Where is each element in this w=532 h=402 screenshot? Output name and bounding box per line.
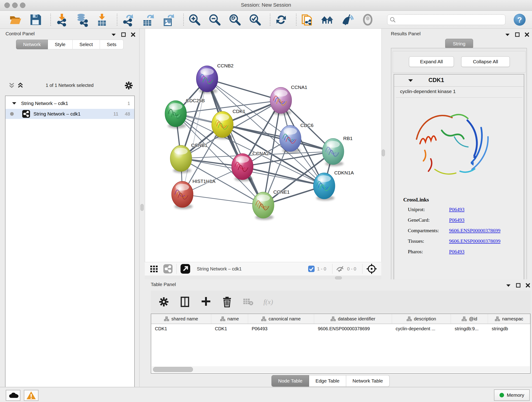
birds-eye-view-icon[interactable] — [366, 263, 377, 274]
tab-network[interactable]: Network — [16, 40, 48, 49]
expand-all-button[interactable]: Expand All — [409, 56, 454, 67]
crosslink-value-link[interactable]: 9606.ENSP00000378699 — [449, 228, 500, 234]
edge-CCNA2-CDKN1A[interactable] — [242, 167, 324, 186]
node-RB1[interactable] — [322, 138, 344, 166]
gear-icon[interactable] — [125, 81, 133, 89]
close-panel-icon[interactable] — [526, 283, 530, 288]
import-database-icon[interactable] — [75, 13, 89, 26]
table-gear-icon[interactable] — [158, 296, 170, 307]
table-cell[interactable]: stringdb:9... — [451, 324, 488, 333]
gene-section-header[interactable]: CDK1 — [394, 75, 524, 87]
tab-node-table[interactable]: Node Table — [272, 375, 309, 387]
network-graph[interactable]: CCNB2CCNA1CDC25BCDK1CDC6RB1CCNB1CCNA2CDK… — [145, 29, 381, 262]
close-panel-icon[interactable] — [131, 32, 135, 37]
zoom-out-icon[interactable] — [208, 13, 221, 26]
float-panel-icon[interactable] — [121, 32, 126, 37]
crosslink-value-link[interactable]: P06493 — [449, 206, 464, 212]
node-HIST1H1A[interactable] — [172, 181, 193, 209]
tab-style[interactable]: Style — [48, 40, 73, 49]
import-network-icon[interactable] — [55, 13, 68, 26]
delete-icon[interactable] — [221, 296, 233, 307]
selected-checkbox-icon[interactable] — [308, 265, 315, 272]
node-CCNB2[interactable] — [196, 66, 218, 94]
cloud-icon[interactable] — [6, 390, 20, 401]
bottom-splitter-handle[interactable] — [335, 276, 342, 279]
node-CCNB1[interactable] — [170, 145, 192, 173]
table-row[interactable]: CDK1CDK1P064939606.ENSP00000378699cyclin… — [151, 324, 530, 333]
add-column-icon[interactable] — [179, 296, 191, 307]
crosslink-value-link[interactable]: P06493 — [449, 249, 464, 255]
tab-sets[interactable]: Sets — [100, 40, 123, 49]
crosslink-value-link[interactable]: P06493 — [449, 217, 464, 223]
memory-button[interactable]: Memory — [494, 389, 530, 401]
column-header--id[interactable]: @id — [451, 314, 488, 324]
horizontal-scrollbar[interactable] — [152, 366, 530, 372]
refresh-icon[interactable] — [274, 13, 288, 26]
network-collection-row[interactable]: String Network – cdk1 1 — [6, 98, 134, 108]
column-header-shared-name[interactable]: shared name — [151, 314, 211, 324]
node-CDKN1A[interactable] — [313, 173, 335, 201]
tab-string[interactable]: String — [445, 39, 473, 49]
column-header-namespac[interactable]: namespac — [488, 314, 530, 324]
search-input[interactable] — [396, 15, 503, 24]
zoom-selected-icon[interactable] — [248, 13, 262, 26]
float-panel-icon[interactable] — [515, 32, 520, 37]
help-icon[interactable]: ? — [514, 14, 526, 26]
collapse-caret-icon[interactable] — [408, 79, 413, 82]
column-header-description[interactable]: description — [392, 314, 451, 324]
zoom-fit-icon[interactable] — [228, 13, 241, 26]
right-splitter-handle[interactable] — [382, 149, 385, 156]
node-CDK1[interactable] — [212, 111, 233, 139]
tab-select[interactable]: Select — [73, 40, 100, 49]
table-cell[interactable]: 9606.ENSP00000378699 — [314, 324, 392, 333]
node-table[interactable]: shared namenamecanonical namedatabase id… — [151, 313, 531, 374]
home-icon[interactable] — [321, 13, 334, 26]
collapse-caret-icon[interactable] — [12, 102, 17, 105]
table-cell[interactable]: CDK1 — [211, 324, 248, 333]
edge-CCNB2-CCNE1[interactable] — [207, 79, 263, 205]
network-canvas[interactable]: CCNB2CCNA1CDC25BCDK1CDC6RB1CCNB1CCNA2CDK… — [145, 29, 382, 262]
zoom-in-icon[interactable] — [188, 13, 201, 26]
panel-menu-icon[interactable] — [505, 33, 510, 36]
network-row-selected[interactable]: String Network – cdk1 11 48 — [6, 109, 134, 119]
close-panel-icon[interactable] — [525, 32, 529, 37]
edge-HIST1H1A-CCNE1[interactable] — [182, 194, 263, 205]
hide-icon[interactable] — [341, 13, 354, 26]
column-header-database-identifier[interactable]: database identifier — [314, 314, 392, 324]
column-header-canonical-name[interactable]: canonical name — [248, 314, 314, 324]
table-cell[interactable]: stringdb — [488, 324, 530, 333]
node-CDC25B[interactable] — [165, 101, 186, 128]
edge-CCNB2-CCNA1[interactable] — [207, 79, 281, 100]
column-header-name[interactable]: name — [211, 314, 248, 324]
import-table-icon[interactable] — [95, 13, 109, 26]
table-cell[interactable]: CDK1 — [151, 324, 211, 333]
table-cell[interactable]: cyclin-dependent ... — [392, 324, 451, 333]
tab-edge-table[interactable]: Edge Table — [309, 375, 346, 387]
left-splitter-handle[interactable] — [140, 204, 144, 211]
float-panel-icon[interactable] — [516, 283, 520, 288]
clone-network-icon[interactable] — [301, 13, 314, 26]
export-network-icon[interactable] — [121, 13, 135, 26]
save-session-icon[interactable] — [29, 13, 42, 26]
add-row-icon[interactable] — [200, 296, 212, 307]
export-table-icon[interactable] — [142, 13, 155, 26]
panel-menu-icon[interactable] — [111, 33, 116, 36]
open-session-icon[interactable] — [9, 13, 22, 26]
scrollbar-thumb[interactable] — [153, 367, 193, 372]
node-CCNA2[interactable] — [232, 153, 253, 181]
export-image-icon[interactable] — [162, 13, 175, 26]
edge-CDK1-RB1[interactable] — [222, 124, 333, 152]
collapse-all-button[interactable]: Collapse All — [461, 56, 510, 67]
warning-icon[interactable] — [24, 390, 38, 401]
show-icon[interactable] — [361, 13, 374, 26]
crosslink-value-link[interactable]: 9606.ENSP00000378699 — [449, 238, 500, 244]
detach-view-icon[interactable] — [180, 264, 190, 274]
tab-network-table[interactable]: Network Table — [346, 375, 390, 387]
node-CDC6[interactable] — [279, 125, 301, 153]
grid-mode-icon[interactable] — [150, 265, 159, 273]
node-CCNE1[interactable] — [253, 192, 274, 220]
network-view-mode-icon[interactable] — [163, 264, 173, 274]
panel-menu-icon[interactable] — [506, 284, 511, 287]
table-cell[interactable]: P06493 — [248, 324, 314, 333]
edge-CCNB2-HIST1H1A[interactable] — [182, 79, 207, 194]
